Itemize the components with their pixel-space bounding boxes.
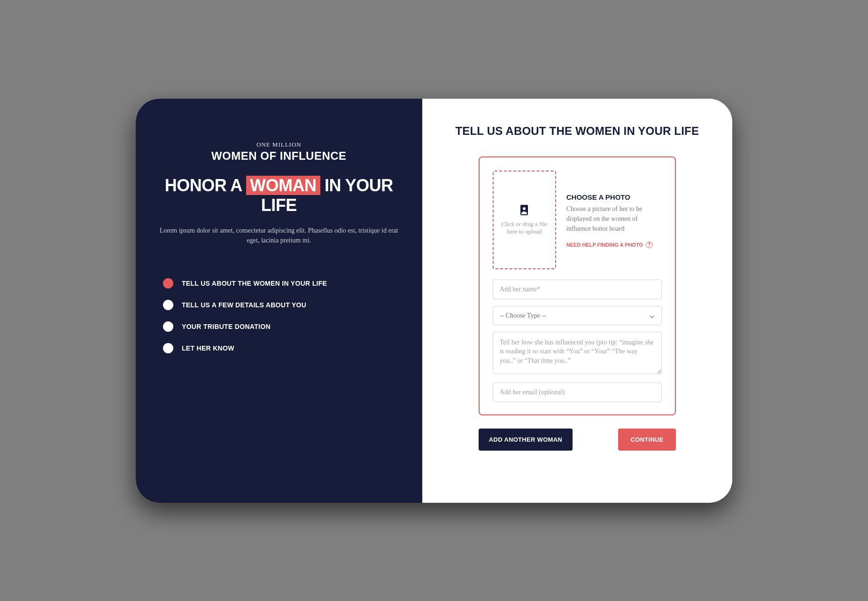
step-dot-icon	[163, 343, 173, 353]
email-input[interactable]	[493, 382, 662, 402]
continue-button[interactable]: CONTINUE	[618, 429, 675, 451]
step-label: LET HER KNOW	[182, 344, 234, 352]
help-link-text: NEED HELP FINDING A PHOTO	[566, 242, 643, 248]
form-card: Click or drag a file here to upload CHOO…	[479, 156, 676, 415]
step-4[interactable]: LET HER KNOW	[163, 343, 399, 353]
step-label: YOUR TRIBUTE DONATION	[182, 323, 271, 330]
photo-description: Choose a picture of her to be displayed …	[566, 204, 662, 234]
step-2[interactable]: TELL US A FEW DETAILS ABOUT YOU	[163, 300, 399, 310]
device-frame: ONE MILLION WOMEN OF INFLUENCE HONOR A W…	[136, 99, 732, 503]
step-1[interactable]: TELL US ABOUT THE WOMEN IN YOUR LIFE	[163, 278, 399, 289]
step-3[interactable]: YOUR TRIBUTE DONATION	[163, 321, 399, 332]
step-dot-icon	[163, 321, 173, 332]
photo-info: CHOOSE A PHOTO Choose a picture of her t…	[566, 171, 662, 249]
headline-pre: HONOR A	[165, 176, 246, 195]
step-label: TELL US A FEW DETAILS ABOUT YOU	[182, 301, 306, 309]
photo-row: Click or drag a file here to upload CHOO…	[493, 171, 662, 269]
step-dot-icon	[163, 300, 173, 310]
left-panel: ONE MILLION WOMEN OF INFLUENCE HONOR A W…	[136, 99, 422, 503]
step-label: TELL US ABOUT THE WOMEN IN YOUR LIFE	[182, 280, 327, 287]
svg-point-1	[523, 207, 526, 210]
question-icon: ?	[646, 242, 652, 248]
brand-eyebrow: ONE MILLION	[159, 141, 399, 148]
step-dot-icon	[163, 278, 173, 289]
dropzone-text: Click or drag a file here to upload	[497, 220, 551, 235]
description: Lorem ipsum dolor sit amet, consectetur …	[159, 226, 399, 245]
brand-title: WOMEN OF INFLUENCE	[159, 149, 399, 163]
form-actions: ADD ANOTHER WOMAN CONTINUE	[479, 429, 676, 451]
help-finding-photo-link[interactable]: NEED HELP FINDING A PHOTO ?	[566, 242, 652, 248]
type-select[interactable]: -- Choose Type --	[493, 306, 662, 325]
portrait-icon	[519, 204, 529, 216]
headline-highlight: WOMAN	[246, 176, 320, 195]
right-panel: TELL US ABOUT THE WOMEN IN YOUR LIFE Cli…	[422, 99, 732, 503]
form-title: TELL US ABOUT THE WOMEN IN YOUR LIFE	[450, 125, 704, 138]
message-textarea[interactable]	[493, 332, 662, 374]
steps-list: TELL US ABOUT THE WOMEN IN YOUR LIFE TEL…	[159, 278, 399, 353]
photo-dropzone[interactable]: Click or drag a file here to upload	[493, 171, 556, 269]
add-another-woman-button[interactable]: ADD ANOTHER WOMAN	[479, 429, 573, 451]
name-input[interactable]	[493, 280, 662, 299]
headline: HONOR A WOMAN IN YOUR LIFE	[159, 176, 399, 215]
type-select-wrap: -- Choose Type --	[493, 306, 662, 332]
photo-heading: CHOOSE A PHOTO	[566, 193, 662, 201]
